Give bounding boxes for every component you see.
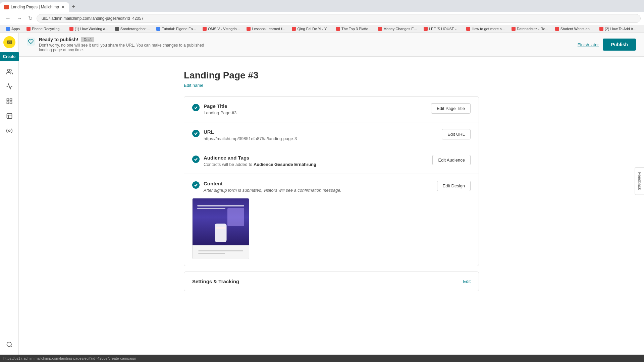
new-tab-button[interactable]: + xyxy=(69,2,78,12)
check-icon xyxy=(192,156,200,163)
status-url: https://us17.admin.mailchimp.com/landing… xyxy=(3,356,136,360)
tab-title: Landing Pages | Mailchimp xyxy=(11,5,59,9)
content-preview xyxy=(192,198,249,259)
svg-point-8 xyxy=(8,130,10,132)
preview-phone xyxy=(215,224,227,242)
audience-info: Audience and Tags Contacts will be added… xyxy=(204,155,432,167)
publish-button[interactable]: Publish xyxy=(603,39,636,51)
preview-card-element xyxy=(227,208,244,226)
bookmark-label: Tutorial: Eigene Fa... xyxy=(162,27,196,31)
bookmark-favicon xyxy=(26,27,31,31)
audience-section: Audience and Tags Contacts will be added… xyxy=(184,148,479,174)
sidebar-item-integrations[interactable] xyxy=(3,124,16,137)
section-left: Page Title Landing Page #3 xyxy=(192,103,431,115)
svg-rect-7 xyxy=(7,114,12,119)
sidebar: ✉ Create xyxy=(0,33,19,355)
tab-close-button[interactable]: ✕ xyxy=(61,4,65,10)
bookmark-favicon xyxy=(69,27,73,31)
bookmark-label: Lessons Learned f... xyxy=(252,27,285,31)
sidebar-item-search[interactable] xyxy=(3,338,16,351)
bookmark-favicon xyxy=(203,27,207,31)
preview-bottom xyxy=(193,245,249,259)
bookmark-favicon xyxy=(466,27,470,31)
bookmark-label: Student Wants an... xyxy=(560,27,593,31)
refresh-button[interactable]: ↻ xyxy=(26,14,35,23)
section-left: Audience and Tags Contacts will be added… xyxy=(192,155,432,167)
bookmark-label: Datenschutz - Re... xyxy=(517,27,548,31)
check-icon xyxy=(192,181,200,189)
preview-card xyxy=(192,198,249,259)
page-title-info: Page Title Landing Page #3 xyxy=(204,103,431,115)
bookmark-item[interactable]: OMSIV - Vstogdo... xyxy=(200,26,243,32)
content-label: Content xyxy=(204,181,437,186)
content-info: Content After signup form is submitted, … xyxy=(204,181,437,193)
bookmark-label: (1) How Working a... xyxy=(75,27,108,31)
bookmark-favicon xyxy=(336,27,340,31)
svg-rect-4 xyxy=(10,99,12,101)
bookmark-favicon xyxy=(378,27,382,31)
section-left: URL https://mailchi.mp/39851efa875a/land… xyxy=(192,129,442,141)
edit-url-button[interactable]: Edit URL xyxy=(442,129,471,139)
browser-controls: ← → ↻ us17.admin.mailchimp.com/landing-p… xyxy=(0,12,644,25)
bookmark-item[interactable]: Student Wants an... xyxy=(552,26,595,32)
address-bar[interactable]: us17.admin.mailchimp.com/landing-pages/e… xyxy=(37,14,641,23)
bookmark-item[interactable]: How to get more s... xyxy=(464,26,507,32)
bookmark-item[interactable]: Qing Fai De Yi - Y... xyxy=(289,26,332,32)
settings-title: Settings & Tracking xyxy=(192,279,239,284)
active-browser-tab[interactable]: Landing Pages | Mailchimp ✕ xyxy=(0,2,69,12)
preview-bottom-line-1 xyxy=(198,250,243,251)
svg-point-2 xyxy=(7,69,10,72)
bookmark-item[interactable]: (2) How To Add A... xyxy=(597,26,639,32)
settings-edit-link[interactable]: Edit xyxy=(463,279,471,284)
mailchimp-logo[interactable]: ✉ xyxy=(3,36,15,48)
bookmarks-bar: AppsPhone Recycling...(1) How Working a.… xyxy=(0,25,644,33)
sidebar-item-reports[interactable] xyxy=(3,80,16,93)
settings-section: Settings & Tracking Edit xyxy=(184,272,479,291)
bookmark-item[interactable]: Lessons Learned f... xyxy=(244,26,288,32)
bookmark-item[interactable]: Money Changes E... xyxy=(375,26,420,32)
bookmark-item[interactable]: Tutorial: Eigene Fa... xyxy=(154,26,199,32)
finish-later-button[interactable]: Finish later xyxy=(578,42,599,47)
bookmark-favicon xyxy=(512,27,516,31)
bookmark-item[interactable]: Sonderangebot:... xyxy=(112,26,152,32)
bookmark-label: Apps xyxy=(11,27,20,31)
page-title-section: Page Title Landing Page #3 Edit Page Tit… xyxy=(184,97,479,122)
bookmark-label: Money Changes E... xyxy=(383,27,417,31)
page-body: Landing Page #3 Edit name Page Title xyxy=(164,57,499,305)
bookmark-favicon xyxy=(599,27,603,31)
bookmark-item[interactable]: Datenschutz - Re... xyxy=(509,26,551,32)
bookmark-label: Sonderangebot:... xyxy=(120,27,150,31)
audience-label: Audience and Tags xyxy=(204,155,432,161)
sidebar-item-content[interactable] xyxy=(3,109,16,123)
banner-left: Ready to publish! Draft Don't worry, no … xyxy=(27,37,207,52)
preview-line-2 xyxy=(197,208,225,209)
bookmark-favicon xyxy=(424,27,428,31)
url-label: URL xyxy=(204,129,442,135)
bookmark-label: The Top 3 Platfo... xyxy=(341,27,371,31)
bookmark-item[interactable]: Apps xyxy=(3,26,22,32)
edit-page-title-button[interactable]: Edit Page Title xyxy=(431,103,471,114)
check-icon xyxy=(192,130,200,137)
svg-rect-3 xyxy=(7,99,9,101)
edit-name-link[interactable]: Edit name xyxy=(184,83,204,88)
banner-icon xyxy=(27,38,35,46)
feedback-tab[interactable]: Feedback xyxy=(635,167,644,195)
bookmark-item[interactable]: Phone Recycling... xyxy=(24,26,65,32)
back-button[interactable]: ← xyxy=(3,14,13,23)
sidebar-item-audience[interactable] xyxy=(3,65,16,78)
bookmark-item[interactable]: (1) How Working a... xyxy=(67,26,111,32)
audience-desc: Contacts will be added to Audience Gesun… xyxy=(204,162,432,167)
bookmark-item[interactable]: The Top 3 Platfo... xyxy=(333,26,374,32)
create-button[interactable]: Create xyxy=(0,52,19,61)
edit-design-button[interactable]: Edit Design xyxy=(437,181,471,191)
preview-line-1 xyxy=(197,205,244,206)
sidebar-item-automations[interactable] xyxy=(3,95,16,108)
section-title-label: Page Title xyxy=(204,103,431,109)
bookmark-item[interactable]: LEE 'S HOUSE -... xyxy=(421,26,462,32)
url-info: URL https://mailchi.mp/39851efa875a/land… xyxy=(204,129,442,141)
section-title-value: Landing Page #3 xyxy=(204,110,431,115)
bookmark-label: Phone Recycling... xyxy=(32,27,63,31)
svg-rect-6 xyxy=(7,102,9,104)
forward-button[interactable]: → xyxy=(15,14,24,23)
edit-audience-button[interactable]: Edit Audience xyxy=(432,155,471,165)
